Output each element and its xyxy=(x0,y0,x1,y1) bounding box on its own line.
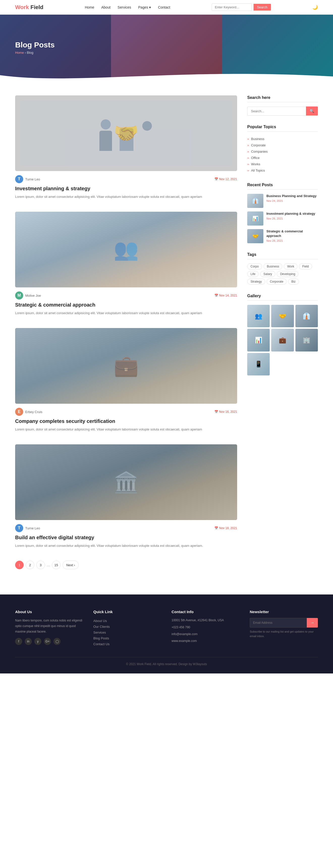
calendar-icon-2: 📅 xyxy=(214,294,218,297)
nav-about[interactable]: About xyxy=(101,5,111,9)
page-btn-15[interactable]: 15 xyxy=(52,561,61,569)
social-google-plus[interactable]: G+ xyxy=(44,638,51,645)
recent-post-title-2[interactable]: Investment planning & strategy xyxy=(266,212,318,216)
footer-links-list: About Us Our Clients Services Blog Posts… xyxy=(93,618,161,647)
topic-business[interactable]: Business xyxy=(247,136,318,142)
gallery-emoji-6: 🏢 xyxy=(303,337,310,344)
tag-developing[interactable]: Developing xyxy=(277,271,298,277)
footer-about-title: About Us xyxy=(15,610,83,614)
breadcrumb: Home › Blog xyxy=(15,51,55,55)
blog-author-1: T Turne Leo xyxy=(15,175,40,183)
nav-contact[interactable]: Contact xyxy=(158,5,170,9)
topic-companies[interactable]: Companies xyxy=(247,148,318,155)
tag-salary[interactable]: Salary xyxy=(260,271,275,277)
social-facebook[interactable]: f xyxy=(15,638,22,645)
tag-life[interactable]: Life xyxy=(247,271,259,277)
sidebar: Search here 🔍 Popular Topics Business Co… xyxy=(247,95,318,574)
tag-field[interactable]: Field xyxy=(299,264,312,270)
blog-excerpt-3: Lorem ipsum, dolor sit amet consectetur … xyxy=(15,427,237,432)
blog-title-3[interactable]: Company completes security certification xyxy=(15,418,237,424)
nav-home[interactable]: Home xyxy=(85,5,94,9)
gallery-item-1[interactable]: 👥 xyxy=(247,305,270,327)
tag-strategy[interactable]: Strategy xyxy=(247,279,265,285)
blog-title-4[interactable]: Build an effective digital strategy xyxy=(15,535,237,540)
newsletter-submit-button[interactable]: → xyxy=(307,618,318,627)
footer-link-blog: Blog Posts xyxy=(93,636,161,641)
site-logo[interactable]: Work Field xyxy=(15,4,43,10)
blog-title-2[interactable]: Strategic & commercial approach xyxy=(15,302,237,308)
gallery-item-5[interactable]: 💼 xyxy=(271,329,294,351)
recent-post-info-1: Business Planning and Strategy Nov 24, 2… xyxy=(266,194,318,203)
page-btn-next[interactable]: Next › xyxy=(63,561,79,569)
topic-all[interactable]: All Topics xyxy=(247,167,318,174)
footer-link-about-anchor[interactable]: About Us xyxy=(93,619,107,623)
author-name-4: Turne Leo xyxy=(25,526,40,530)
sidebar-search-input[interactable] xyxy=(247,107,306,116)
gallery-item-6[interactable]: 🏢 xyxy=(295,329,318,351)
sidebar-search-title: Search here xyxy=(247,95,318,102)
pagination: 1 2 3 ... 15 Next › xyxy=(15,561,237,574)
footer-link-clients: Our Clients xyxy=(93,624,161,629)
nav-services[interactable]: Services xyxy=(118,5,131,9)
recent-post-title-3[interactable]: Strategic & commercial approach xyxy=(266,229,318,238)
footer-link-blog-anchor[interactable]: Blog Posts xyxy=(93,637,109,640)
navbar-search-button[interactable]: Search xyxy=(253,4,271,10)
nav-links: Home About Services Pages ▾ Contact xyxy=(85,5,170,9)
date-text-2: Nov 14, 2021 xyxy=(219,294,237,297)
navbar-search-input[interactable] xyxy=(212,3,252,11)
blog-image-2[interactable]: 👥 xyxy=(15,212,237,287)
recent-post-2: 📊 Investment planning & strategy Nov 26,… xyxy=(247,212,318,225)
footer: About Us Nam libero tempore, cum soluta … xyxy=(0,594,333,674)
footer-link-contact-anchor[interactable]: Contact Us xyxy=(93,642,110,646)
blog-excerpt-4: Lorem ipsum, dolor sit amet consectetur … xyxy=(15,543,237,549)
page-btn-2[interactable]: 2 xyxy=(26,561,34,569)
blog-author-2: M Molive Joe xyxy=(15,291,41,300)
blog-image-4[interactable]: 🏛️ xyxy=(15,444,237,520)
tag-business[interactable]: Business xyxy=(264,264,282,270)
page-btn-3[interactable]: 3 xyxy=(36,561,45,569)
tag-corporate[interactable]: Corporate xyxy=(267,279,286,285)
footer-contact-title: Contact Info xyxy=(172,610,240,614)
topic-corporate[interactable]: Corporate xyxy=(247,142,318,148)
recent-post-title-1[interactable]: Business Planning and Strategy xyxy=(266,194,318,198)
gallery-item-7[interactable]: 📱 xyxy=(247,353,270,375)
gallery-item-2[interactable]: 🤝 xyxy=(271,305,294,327)
tag-work[interactable]: Work xyxy=(284,264,297,270)
social-youtube[interactable]: y xyxy=(34,638,41,645)
tag-biz[interactable]: Biz xyxy=(288,279,299,285)
page-btn-1[interactable]: 1 xyxy=(15,561,24,569)
sidebar-search-box: 🔍 xyxy=(247,106,318,116)
recent-post-img-3[interactable]: 🤝 xyxy=(247,229,263,243)
newsletter-email-input[interactable] xyxy=(250,618,307,627)
social-linkedin[interactable]: in xyxy=(25,638,32,645)
gallery-item-4[interactable]: 📊 xyxy=(247,329,270,351)
topic-works[interactable]: Works xyxy=(247,161,318,167)
blog-date-3: 📅 Nov 16, 2021 xyxy=(214,410,237,413)
recent-post-img-2[interactable]: 📊 xyxy=(247,212,263,225)
breadcrumb-home[interactable]: Home xyxy=(15,51,24,55)
topic-office[interactable]: Office xyxy=(247,155,318,161)
gallery-item-3[interactable]: 👔 xyxy=(295,305,318,327)
gallery-emoji-3: 👔 xyxy=(303,313,310,320)
footer-link-clients-anchor[interactable]: Our Clients xyxy=(93,625,110,628)
blog-image-1[interactable]: 🤝 xyxy=(15,95,237,171)
sidebar-search-button[interactable]: 🔍 xyxy=(306,106,318,116)
gallery-title: Gallery xyxy=(247,294,318,301)
tags-section: Tags Corpo Business Work Field Life Sala… xyxy=(247,252,318,285)
dark-mode-toggle[interactable]: 🌙 xyxy=(312,4,318,10)
footer-copyright: © 2021 Work Field. All rights reserved. … xyxy=(126,662,207,666)
footer-newsletter-form: → xyxy=(250,618,318,627)
tag-corpo[interactable]: Corpo xyxy=(247,264,262,270)
footer-link-services-anchor[interactable]: Services xyxy=(93,630,106,634)
author-avatar-4: T xyxy=(15,524,23,532)
blog-card-2: 👥 M Molive Joe 📅 Nov 14, 2021 Strategic … xyxy=(15,212,237,316)
blog-title-1[interactable]: Investment planning & strategy xyxy=(15,186,237,191)
gallery-emoji-7: 📱 xyxy=(255,361,262,368)
nav-pages[interactable]: Pages ▾ xyxy=(138,5,151,9)
social-github[interactable]: ◯ xyxy=(54,638,61,645)
blog-image-3[interactable]: 💼 xyxy=(15,328,237,404)
gallery-section: Gallery 👥 🤝 👔 📊 💼 🏢 xyxy=(247,294,318,375)
gallery-emoji-1: 👥 xyxy=(255,313,262,320)
date-text-3: Nov 16, 2021 xyxy=(219,410,237,413)
recent-post-img-1[interactable]: 👔 xyxy=(247,194,263,208)
